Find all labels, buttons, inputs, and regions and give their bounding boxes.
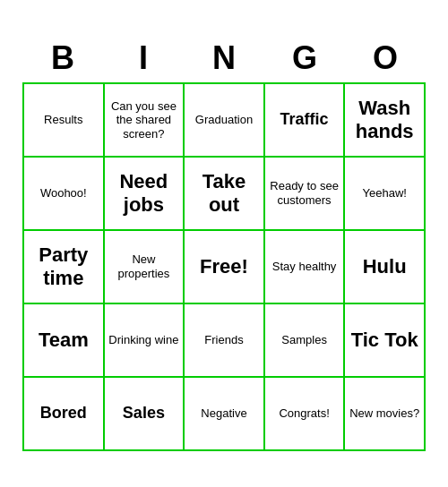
header-letter: G	[264, 36, 345, 81]
bingo-cell: Negative	[185, 378, 265, 451]
bingo-cell: Sales	[105, 378, 185, 451]
bingo-cell: Team	[24, 304, 105, 378]
bingo-cell: New movies?	[345, 378, 426, 451]
bingo-cell: Graduation	[185, 84, 265, 158]
bingo-cell: Take out	[185, 158, 265, 231]
bingo-cell: Hulu	[345, 231, 426, 304]
header-letter: B	[22, 36, 103, 81]
header-letter: I	[103, 36, 184, 81]
bingo-cell: Yeehaw!	[345, 158, 426, 231]
bingo-cell: Tic Tok	[345, 304, 426, 378]
bingo-cell: Samples	[265, 304, 346, 378]
bingo-cell: Woohoo!	[24, 158, 105, 231]
bingo-cell: Ready to see customers	[265, 158, 346, 231]
bingo-cell: Party time	[24, 231, 105, 304]
bingo-grid: ResultsCan you see the shared screen?Gra…	[22, 82, 426, 451]
bingo-cell: New properties	[105, 231, 185, 304]
bingo-cell: Traffic	[265, 84, 346, 158]
bingo-cell: Congrats!	[265, 378, 346, 451]
bingo-cell: Results	[24, 84, 105, 158]
bingo-cell: Free!	[185, 231, 265, 304]
bingo-cell: Need jobs	[105, 158, 185, 231]
bingo-header: BINGO	[22, 36, 426, 81]
bingo-cell: Can you see the shared screen?	[105, 84, 185, 158]
bingo-cell: Bored	[24, 378, 105, 451]
bingo-cell: Wash hands	[345, 84, 426, 158]
header-letter: N	[184, 36, 264, 81]
header-letter: O	[345, 36, 426, 81]
bingo-cell: Friends	[185, 304, 265, 378]
bingo-cell: Drinking wine	[105, 304, 185, 378]
bingo-cell: Stay healthy	[265, 231, 346, 304]
bingo-card: BINGO ResultsCan you see the shared scre…	[13, 27, 435, 460]
